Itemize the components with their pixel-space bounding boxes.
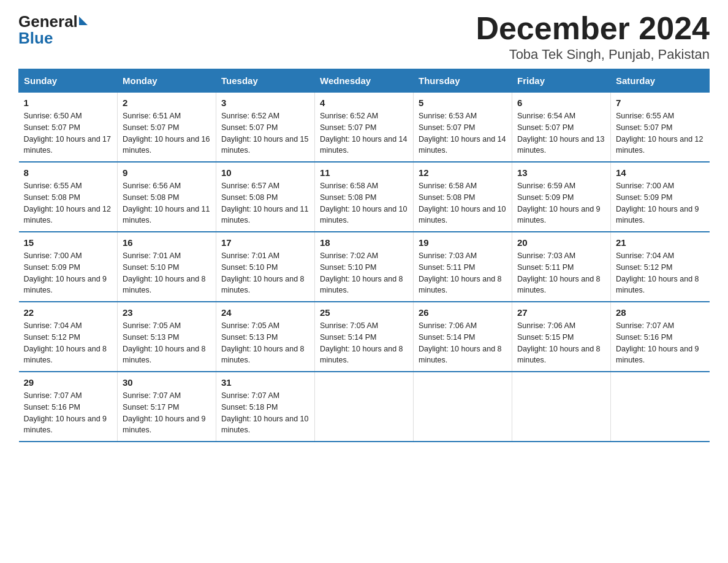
- calendar-cell: 4 Sunrise: 6:52 AMSunset: 5:07 PMDayligh…: [315, 93, 414, 163]
- logo: General Blue: [18, 12, 88, 48]
- day-info: Sunrise: 7:01 AMSunset: 5:10 PMDaylight:…: [221, 251, 305, 294]
- calendar-week-row: 8 Sunrise: 6:55 AMSunset: 5:08 PMDayligh…: [19, 162, 710, 232]
- day-number: 6: [517, 98, 605, 108]
- calendar-cell: 30 Sunrise: 7:07 AMSunset: 5:17 PMDaylig…: [118, 372, 216, 442]
- calendar-header-row: SundayMondayTuesdayWednesdayThursdayFrid…: [19, 69, 710, 93]
- calendar-cell: 26 Sunrise: 7:06 AMSunset: 5:14 PMDaylig…: [414, 302, 512, 372]
- day-info: Sunrise: 7:04 AMSunset: 5:12 PMDaylight:…: [616, 251, 699, 294]
- calendar-header-saturday: Saturday: [611, 69, 710, 93]
- day-number: 20: [517, 237, 605, 248]
- day-number: 21: [616, 237, 705, 248]
- day-number: 19: [419, 237, 507, 248]
- calendar-cell: [414, 372, 512, 442]
- calendar-header-tuesday: Tuesday: [216, 69, 315, 93]
- day-info: Sunrise: 7:05 AMSunset: 5:13 PMDaylight:…: [123, 321, 206, 364]
- day-number: 2: [123, 98, 211, 108]
- day-number: 8: [24, 167, 113, 178]
- calendar-cell: 27 Sunrise: 7:06 AMSunset: 5:15 PMDaylig…: [512, 302, 611, 372]
- calendar-table: SundayMondayTuesdayWednesdayThursdayFrid…: [18, 69, 710, 442]
- day-number: 9: [123, 167, 211, 178]
- day-info: Sunrise: 7:02 AMSunset: 5:10 PMDaylight:…: [320, 251, 403, 294]
- day-number: 1: [24, 98, 113, 108]
- day-number: 24: [221, 307, 309, 318]
- calendar-cell: 11 Sunrise: 6:58 AMSunset: 5:08 PMDaylig…: [315, 162, 414, 232]
- day-number: 15: [24, 237, 113, 248]
- calendar-cell: 16 Sunrise: 7:01 AMSunset: 5:10 PMDaylig…: [118, 232, 216, 302]
- day-number: 7: [616, 98, 705, 108]
- day-number: 14: [616, 167, 705, 178]
- calendar-week-row: 29 Sunrise: 7:07 AMSunset: 5:16 PMDaylig…: [19, 372, 710, 442]
- day-number: 25: [320, 307, 408, 318]
- calendar-cell: 14 Sunrise: 7:00 AMSunset: 5:09 PMDaylig…: [611, 162, 710, 232]
- day-number: 16: [123, 237, 211, 248]
- calendar-cell: 8 Sunrise: 6:55 AMSunset: 5:08 PMDayligh…: [19, 162, 118, 232]
- day-info: Sunrise: 6:56 AMSunset: 5:08 PMDaylight:…: [123, 182, 210, 224]
- calendar-cell: 24 Sunrise: 7:05 AMSunset: 5:13 PMDaylig…: [216, 302, 315, 372]
- day-number: 13: [517, 167, 605, 178]
- calendar-header-thursday: Thursday: [414, 69, 512, 93]
- calendar-cell: 13 Sunrise: 6:59 AMSunset: 5:09 PMDaylig…: [512, 162, 611, 232]
- day-info: Sunrise: 7:03 AMSunset: 5:11 PMDaylight:…: [517, 251, 601, 294]
- calendar-header-friday: Friday: [512, 69, 611, 93]
- calendar-cell: 1 Sunrise: 6:50 AMSunset: 5:07 PMDayligh…: [19, 93, 118, 163]
- day-info: Sunrise: 7:01 AMSunset: 5:10 PMDaylight:…: [123, 251, 206, 294]
- calendar-header-wednesday: Wednesday: [315, 69, 414, 93]
- calendar-cell: 15 Sunrise: 7:00 AMSunset: 5:09 PMDaylig…: [19, 232, 118, 302]
- day-info: Sunrise: 6:59 AMSunset: 5:09 PMDaylight:…: [517, 182, 601, 224]
- day-number: 4: [320, 98, 408, 108]
- day-info: Sunrise: 7:03 AMSunset: 5:11 PMDaylight:…: [419, 251, 502, 294]
- calendar-cell: 12 Sunrise: 6:58 AMSunset: 5:08 PMDaylig…: [414, 162, 512, 232]
- day-number: 26: [419, 307, 507, 318]
- calendar-cell: 19 Sunrise: 7:03 AMSunset: 5:11 PMDaylig…: [414, 232, 512, 302]
- day-number: 17: [221, 237, 309, 248]
- calendar-cell: 31 Sunrise: 7:07 AMSunset: 5:18 PMDaylig…: [216, 372, 315, 442]
- day-info: Sunrise: 6:55 AMSunset: 5:07 PMDaylight:…: [616, 112, 703, 155]
- calendar-cell: 29 Sunrise: 7:07 AMSunset: 5:16 PMDaylig…: [19, 372, 118, 442]
- calendar-cell: 6 Sunrise: 6:54 AMSunset: 5:07 PMDayligh…: [512, 93, 611, 163]
- day-info: Sunrise: 7:07 AMSunset: 5:16 PMDaylight:…: [616, 321, 699, 364]
- calendar-cell: 20 Sunrise: 7:03 AMSunset: 5:11 PMDaylig…: [512, 232, 611, 302]
- calendar-week-row: 22 Sunrise: 7:04 AMSunset: 5:12 PMDaylig…: [19, 302, 710, 372]
- day-number: 27: [517, 307, 605, 318]
- calendar-week-row: 15 Sunrise: 7:00 AMSunset: 5:09 PMDaylig…: [19, 232, 710, 302]
- logo-arrow-icon: [79, 17, 88, 25]
- day-info: Sunrise: 6:58 AMSunset: 5:08 PMDaylight:…: [419, 182, 506, 224]
- calendar-cell: 10 Sunrise: 6:57 AMSunset: 5:08 PMDaylig…: [216, 162, 315, 232]
- day-info: Sunrise: 7:06 AMSunset: 5:14 PMDaylight:…: [419, 321, 502, 364]
- page-header: General Blue December 2024 Toba Tek Sing…: [18, 12, 710, 63]
- day-number: 28: [616, 307, 705, 318]
- calendar-cell: 23 Sunrise: 7:05 AMSunset: 5:13 PMDaylig…: [118, 302, 216, 372]
- day-number: 12: [419, 167, 507, 178]
- day-number: 30: [123, 377, 211, 388]
- calendar-cell: [315, 372, 414, 442]
- day-number: 10: [221, 167, 309, 178]
- day-info: Sunrise: 7:04 AMSunset: 5:12 PMDaylight:…: [24, 321, 107, 364]
- calendar-cell: 28 Sunrise: 7:07 AMSunset: 5:16 PMDaylig…: [611, 302, 710, 372]
- day-info: Sunrise: 7:07 AMSunset: 5:18 PMDaylight:…: [221, 391, 308, 434]
- day-info: Sunrise: 7:00 AMSunset: 5:09 PMDaylight:…: [24, 251, 107, 294]
- day-info: Sunrise: 7:05 AMSunset: 5:14 PMDaylight:…: [320, 321, 403, 364]
- day-info: Sunrise: 7:07 AMSunset: 5:17 PMDaylight:…: [123, 391, 206, 434]
- day-info: Sunrise: 6:55 AMSunset: 5:08 PMDaylight:…: [24, 182, 111, 224]
- day-number: 18: [320, 237, 408, 248]
- calendar-cell: 5 Sunrise: 6:53 AMSunset: 5:07 PMDayligh…: [414, 93, 512, 163]
- calendar-header-sunday: Sunday: [19, 69, 118, 93]
- day-number: 29: [24, 377, 113, 388]
- day-info: Sunrise: 6:53 AMSunset: 5:07 PMDaylight:…: [419, 112, 506, 155]
- day-info: Sunrise: 7:07 AMSunset: 5:16 PMDaylight:…: [24, 391, 107, 434]
- day-number: 3: [221, 98, 309, 108]
- calendar-cell: 7 Sunrise: 6:55 AMSunset: 5:07 PMDayligh…: [611, 93, 710, 163]
- day-info: Sunrise: 6:57 AMSunset: 5:08 PMDaylight:…: [221, 182, 308, 224]
- calendar-cell: [611, 372, 710, 442]
- day-number: 23: [123, 307, 211, 318]
- calendar-cell: 9 Sunrise: 6:56 AMSunset: 5:08 PMDayligh…: [118, 162, 216, 232]
- day-info: Sunrise: 6:50 AMSunset: 5:07 PMDaylight:…: [24, 112, 111, 155]
- title-block: December 2024 Toba Tek Singh, Punjab, Pa…: [476, 12, 710, 63]
- calendar-cell: 21 Sunrise: 7:04 AMSunset: 5:12 PMDaylig…: [611, 232, 710, 302]
- calendar-cell: [512, 372, 611, 442]
- day-number: 22: [24, 307, 113, 318]
- calendar-header-monday: Monday: [118, 69, 216, 93]
- day-info: Sunrise: 6:51 AMSunset: 5:07 PMDaylight:…: [123, 112, 210, 155]
- day-number: 31: [221, 377, 309, 388]
- day-info: Sunrise: 6:54 AMSunset: 5:07 PMDaylight:…: [517, 112, 604, 155]
